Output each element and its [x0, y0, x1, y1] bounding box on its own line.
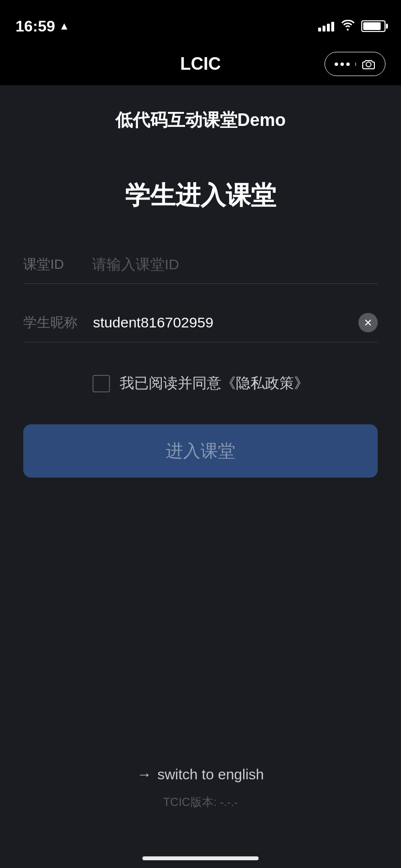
signal-icon [318, 21, 334, 31]
class-id-field: 课堂ID [23, 242, 378, 284]
status-icons [318, 19, 386, 34]
status-bar: 16:59 ▲ [0, 0, 401, 43]
nickname-input[interactable] [93, 314, 343, 331]
nav-more-camera-button[interactable] [324, 52, 386, 76]
svg-point-0 [366, 62, 371, 67]
privacy-label: 我已阅读并同意《隐私政策》 [120, 373, 308, 393]
bottom-area: → switch to english TCIC版本: -.-.- [0, 766, 401, 810]
nickname-clear-button[interactable] [358, 313, 378, 332]
privacy-checkbox[interactable] [93, 375, 110, 392]
location-arrow-icon: ▲ [59, 20, 70, 32]
switch-language-label: switch to english [157, 766, 264, 783]
class-id-input[interactable] [92, 256, 378, 273]
nav-bar: LCIC [0, 43, 401, 85]
battery-icon [361, 20, 386, 32]
wifi-icon [341, 19, 355, 34]
enter-classroom-button[interactable]: 进入课堂 [23, 424, 378, 478]
nickname-field: 学生昵称 [23, 299, 378, 342]
switch-arrow-icon: → [137, 766, 152, 783]
camera-icon [356, 57, 375, 71]
app-title-section: 低代码互动课堂Demo [23, 85, 378, 140]
more-dots-icon [335, 62, 356, 66]
privacy-checkbox-row: 我已阅读并同意《隐私政策》 [23, 358, 378, 409]
form-title: 学生进入课堂 [23, 179, 378, 213]
nickname-label: 学生昵称 [23, 313, 77, 332]
switch-language-button[interactable]: → switch to english [137, 766, 264, 783]
nav-title: LCIC [180, 54, 221, 74]
form-title-section: 学生进入课堂 [23, 140, 378, 242]
nav-actions[interactable] [324, 52, 386, 76]
app-title: 低代码互动课堂Demo [23, 108, 378, 132]
main-content: 低代码互动课堂Demo 学生进入课堂 课堂ID 学生昵称 我已阅读并同意《隐私政… [0, 85, 401, 478]
status-time: 16:59 ▲ [15, 17, 70, 35]
version-text: TCIC版本: -.-.- [163, 794, 238, 810]
time-display: 16:59 [15, 17, 55, 35]
home-indicator [142, 856, 259, 860]
class-id-label: 课堂ID [23, 255, 77, 274]
